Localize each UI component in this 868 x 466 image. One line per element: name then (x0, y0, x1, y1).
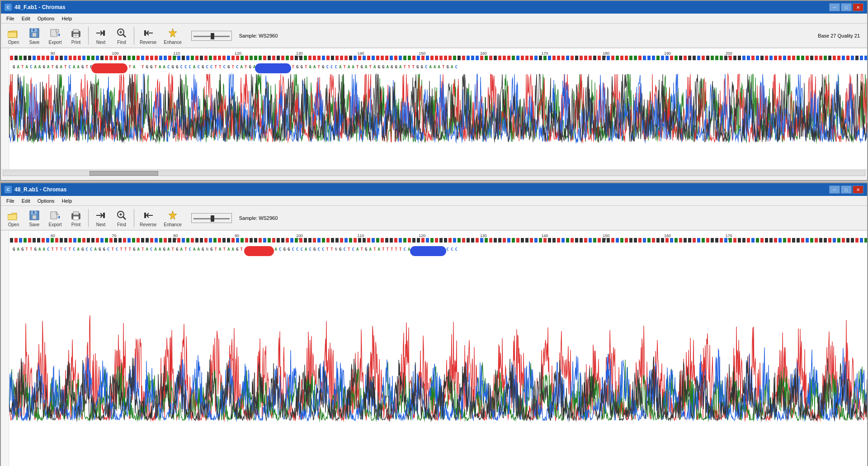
print-label-1: Print (71, 40, 81, 45)
export-btn-2[interactable]: Export (45, 208, 65, 228)
svg-line-16 (123, 34, 126, 37)
close-btn-2[interactable]: ✕ (853, 185, 863, 194)
open-icon-2 (7, 209, 20, 222)
sep-2 (134, 27, 134, 45)
save-label-2: Save (29, 222, 40, 227)
open-label-2: Open (8, 222, 19, 227)
toolbar-1: Open Save Export Print Next (1, 24, 867, 48)
enhance-label-1: Enhance (164, 40, 181, 45)
scale-bar-1 (1, 48, 9, 169)
save-btn-2[interactable]: Save (24, 208, 44, 228)
print-btn-2[interactable]: Print (66, 208, 86, 228)
quality-label-1: Base 27 Quality 21 (818, 33, 864, 38)
menu-file-2[interactable]: File (3, 197, 18, 204)
menu-bar-1: File Edit Options Help (1, 14, 867, 24)
next-btn-2[interactable]: Next (91, 208, 111, 228)
export-label-1: Export (49, 40, 62, 45)
print-btn-1[interactable]: Print (66, 25, 86, 46)
svg-rect-25 (33, 211, 34, 214)
menu-edit-1[interactable]: Edit (18, 15, 34, 22)
reverse-icon-1 (142, 27, 155, 39)
enhance-btn-2[interactable]: Enhance (160, 208, 184, 228)
enhance-icon-1 (166, 27, 179, 39)
scrollbar-1[interactable] (1, 169, 867, 176)
save-icon-1 (28, 27, 41, 39)
app-icon-1: C (5, 4, 12, 11)
close-btn-1[interactable]: ✕ (853, 3, 863, 11)
title-bar-2: C 48_R.ab1 - Chromas ─ □ ✕ (1, 183, 867, 196)
find-btn-1[interactable]: Find (112, 25, 132, 46)
maximize-btn-1[interactable]: □ (841, 3, 852, 11)
title-controls-1: ─ □ ✕ (829, 3, 863, 11)
reverse-btn-1[interactable]: Reverse (137, 25, 160, 46)
open-label-1: Open (8, 40, 19, 45)
svg-rect-9 (73, 29, 79, 33)
save-btn-1[interactable]: Save (24, 25, 44, 46)
svg-rect-11 (74, 35, 78, 36)
find-icon-2 (115, 209, 128, 222)
next-icon-1 (94, 27, 107, 39)
menu-file-1[interactable]: File (3, 15, 18, 22)
minimize-btn-2[interactable]: ─ (829, 185, 840, 194)
scale-bar-2 (1, 231, 9, 466)
scrollbar-thumb-1[interactable] (90, 171, 158, 176)
chromatogram-view-2 (1, 230, 867, 466)
annotation-blue-1[interactable] (255, 63, 291, 73)
menu-options-1[interactable]: Options (34, 15, 58, 22)
window-title-1: 48_F.ab1 - Chromas (14, 4, 66, 10)
menu-options-2[interactable]: Options (34, 197, 58, 204)
window-2: C 48_R.ab1 - Chromas ─ □ ✕ File Edit Opt… (0, 182, 868, 466)
window-1: C 48_F.ab1 - Chromas ─ □ ✕ File Edit Opt… (0, 0, 868, 181)
title-controls-2: ─ □ ✕ (829, 185, 863, 194)
chromatogram-view-1 (1, 48, 867, 169)
svg-rect-4 (33, 33, 36, 37)
export-icon-2 (49, 209, 61, 222)
svg-rect-21 (8, 214, 17, 220)
enhance-label-2: Enhance (164, 222, 181, 227)
menu-help-1[interactable]: Help (58, 15, 76, 22)
save-label-1: Save (29, 40, 40, 45)
find-btn-2[interactable]: Find (112, 208, 132, 228)
menu-edit-2[interactable]: Edit (18, 197, 34, 204)
sep-3 (88, 209, 89, 227)
next-label-1: Next (96, 40, 106, 45)
annotation-blue-2[interactable] (410, 246, 446, 256)
chromatogram-canvas-1 (9, 48, 867, 169)
maximize-btn-2[interactable]: □ (841, 185, 852, 194)
next-label-2: Next (96, 222, 106, 227)
next-icon-2 (94, 209, 107, 222)
scrollbar-track-1[interactable] (3, 171, 865, 176)
svg-rect-29 (73, 216, 79, 220)
export-label-2: Export (49, 222, 62, 227)
reverse-icon-2 (142, 209, 155, 222)
window-title-2: 48_R.ab1 - Chromas (14, 186, 66, 193)
reverse-btn-2[interactable]: Reverse (137, 208, 160, 228)
save-icon-2 (28, 209, 41, 222)
print-label-2: Print (71, 222, 81, 227)
print-icon-1 (70, 27, 82, 39)
enhance-icon-2 (166, 209, 179, 222)
open-btn-1[interactable]: Open (4, 25, 24, 46)
export-btn-1[interactable]: Export (45, 25, 65, 46)
sep-1 (88, 27, 89, 45)
annotation-red-2[interactable] (244, 246, 274, 256)
find-label-2: Find (117, 222, 126, 227)
chromatogram-canvas-2 (9, 231, 867, 466)
svg-rect-1 (8, 32, 17, 38)
menu-bar-2: File Edit Options Help (1, 196, 867, 206)
annotation-red-1[interactable] (91, 63, 127, 73)
print-icon-2 (70, 209, 82, 222)
minimize-btn-1[interactable]: ─ (829, 3, 840, 11)
title-bar-1: C 48_F.ab1 - Chromas ─ □ ✕ (1, 1, 867, 14)
svg-rect-12 (74, 36, 77, 37)
next-btn-1[interactable]: Next (91, 25, 111, 46)
title-bar-left-1: C 48_F.ab1 - Chromas (5, 4, 66, 11)
svg-line-33 (123, 217, 126, 219)
toolbar-2: Open Save Export Print Next (1, 206, 867, 230)
open-btn-2[interactable]: Open (4, 208, 24, 228)
enhance-btn-1[interactable]: Enhance (160, 25, 184, 46)
app-icon-2: C (5, 186, 12, 193)
zoom-slider-1[interactable] (191, 31, 232, 41)
menu-help-2[interactable]: Help (58, 197, 76, 204)
zoom-slider-2[interactable] (191, 213, 232, 223)
